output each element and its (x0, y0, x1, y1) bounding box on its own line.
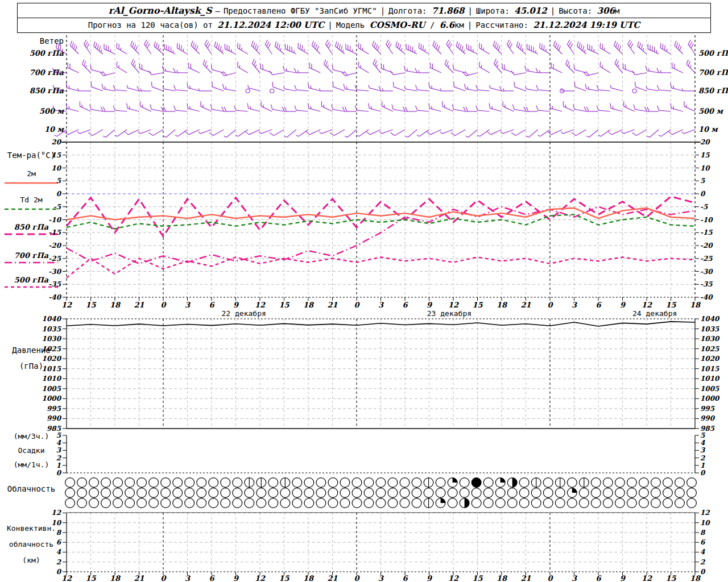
calc-label: Рассчитано: (475, 20, 528, 30)
time-label-bottom: 12 (255, 574, 266, 582)
cloud-symbol-clear (245, 498, 254, 508)
wind-barb (68, 63, 78, 73)
wind-barb (275, 41, 284, 54)
cloud-symbol-clear (268, 478, 278, 488)
meteogram-page: 2020151510105500-5-5-10-10-15-15-20-20-2… (0, 0, 728, 582)
wind-barb (342, 71, 357, 76)
cloud-symbol-clear (639, 498, 649, 508)
pressure-tick-label-left: 1030 (42, 335, 62, 343)
cloud-symbol-clear (651, 488, 661, 498)
cloud-symbol-clear (627, 498, 637, 508)
conv-tick-label-right: 10 (700, 519, 710, 527)
wind-barb (566, 60, 574, 73)
time-label: 0 (160, 301, 167, 309)
cloud-symbol-clear (388, 498, 398, 508)
wind-barb (201, 101, 212, 111)
temp-tick-label-left: -40 (48, 293, 61, 301)
wind-barb (358, 62, 369, 73)
wind-barb (296, 130, 308, 136)
wind-barb (549, 103, 562, 111)
time-label-bottom: 15 (665, 574, 676, 582)
wind-barb (584, 107, 598, 111)
cloud-symbol-clear (233, 488, 242, 498)
cloud-symbol-clear (304, 478, 314, 488)
temp-tick-label-right: 0 (700, 190, 706, 198)
time-label-bottom: 12 (61, 574, 72, 582)
conv-tick-label-right: 6 (700, 538, 706, 546)
cloud-symbol-clear (555, 498, 565, 508)
wind-barb (574, 65, 586, 73)
cloud-symbol-clear (89, 478, 99, 488)
meteogram-canvas: 2020151510105500-5-5-10-10-15-15-20-20-2… (0, 0, 728, 582)
model-name: COSMO-RU (370, 20, 425, 30)
wind-barb (453, 65, 465, 73)
cloud-symbol-quarter (436, 498, 445, 508)
wind-barb (452, 105, 465, 111)
wind-barb (417, 130, 429, 136)
wind-barb (84, 40, 90, 54)
convective-section-title-1: Конвективн. (1, 524, 61, 533)
cloud-symbol-clear (233, 478, 242, 488)
cloud-symbol-clear (471, 488, 481, 498)
precip-tick-label-right: 0 (700, 469, 706, 477)
cloud-symbol-clear (531, 488, 541, 498)
wind-barb (325, 40, 332, 54)
wind-barb (225, 44, 235, 54)
wind-barb (373, 59, 380, 73)
wind-barb (628, 40, 635, 54)
cloud-symbol-clear (603, 498, 613, 508)
cloud-symbol-clear (460, 478, 469, 488)
time-label-bottom: 18 (690, 574, 701, 582)
wind-barb (396, 41, 405, 54)
wind-barb (185, 130, 200, 135)
provider-text: Предоставлено ФГБУ "ЗапСиб УГМС" (224, 6, 377, 15)
wind-level-label-700hpa: 700 гПа (7, 68, 64, 77)
wind-barb (567, 40, 574, 54)
time-label-bottom: 18 (303, 574, 315, 582)
cloud-symbol-clear (197, 478, 206, 488)
altitude-value: 306 (597, 6, 615, 16)
wind-barb (175, 130, 188, 136)
temperature-section-title: Тем-ра(°C) (1, 151, 61, 160)
wind-barb (429, 83, 441, 91)
cloud-symbol-clear (591, 498, 601, 508)
cloud-symbol-clear (555, 488, 565, 498)
wind-barb (614, 41, 623, 54)
wind-barb (253, 59, 260, 73)
time-label-bottom: 3 (185, 574, 191, 582)
cloud-symbol-clear (567, 478, 577, 488)
wind-barb (321, 101, 332, 111)
wind-barb (294, 68, 308, 73)
precip-tick-label-right: 5 (700, 431, 705, 439)
wind-barb (344, 84, 357, 91)
wind-level-label-500m-right: 500 м (698, 107, 728, 115)
time-label-bottom: 15 (279, 574, 289, 582)
cloud-symbol-clear (412, 488, 421, 498)
wind-barb (333, 82, 345, 91)
wind-barb (551, 63, 562, 73)
wind-barb (369, 103, 381, 111)
wind-barb (512, 105, 526, 111)
cloud-symbol-clear (651, 498, 661, 508)
cloud-symbol-clear (639, 488, 649, 498)
time-label: 9 (620, 301, 626, 309)
cloud-symbol-clear (352, 478, 362, 488)
cloud-symbol-clear (483, 498, 493, 508)
wind-barb (456, 41, 465, 54)
temp-tick-label-right: -35 (700, 280, 713, 288)
wind-barb (445, 60, 453, 73)
wind-barb (117, 43, 127, 54)
convective-section-unit: (км) (1, 556, 61, 564)
date-label: 24 декабря (632, 309, 677, 318)
time-label: 12 (448, 301, 459, 309)
wind-barb (369, 85, 380, 91)
wind-barb (148, 130, 163, 136)
wind-level-label-10m-right: 10 м (698, 125, 728, 134)
legend-label-td2m: Td 2м (1, 196, 61, 204)
wind-barb (608, 130, 623, 135)
cloud-symbol-clear (161, 488, 171, 498)
time-label-bottom: 12 (448, 574, 459, 582)
wind-barb (151, 82, 163, 91)
cloud-symbol-clear (591, 488, 601, 498)
cloud-symbol-clear (292, 478, 302, 488)
